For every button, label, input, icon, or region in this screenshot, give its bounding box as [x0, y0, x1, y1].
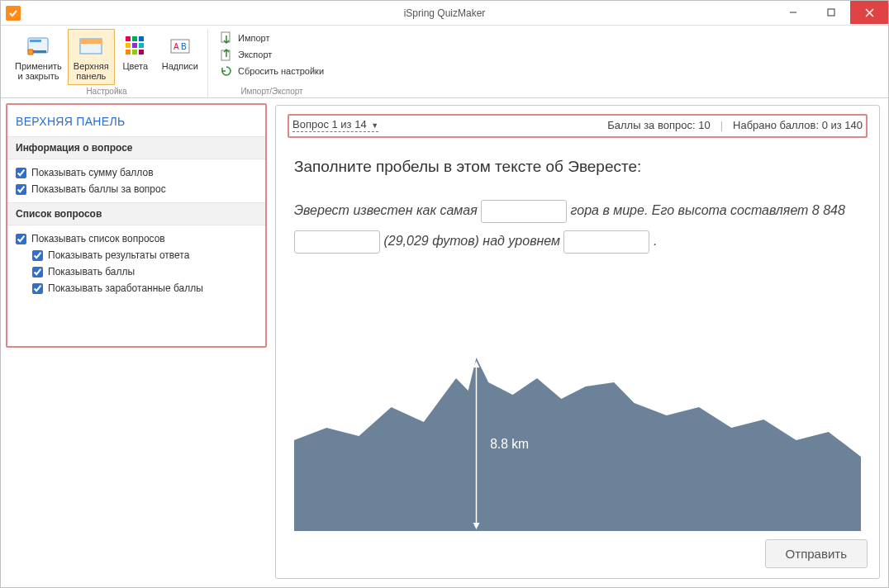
- blank-input-1[interactable]: [481, 200, 567, 223]
- label-show-earned-points: Показывать заработанные баллы: [48, 282, 203, 294]
- svg-rect-16: [132, 50, 137, 55]
- window-title: iSpring QuizMaker: [1, 7, 888, 19]
- blank-input-2[interactable]: [294, 230, 380, 254]
- app-icon: [6, 6, 21, 21]
- export-button[interactable]: Экспорт: [218, 47, 273, 62]
- body: ВЕРХНЯЯ ПАНЕЛЬ Информация о вопросе Пока…: [1, 98, 888, 587]
- label-show-question-points: Показывать баллы за вопрос: [31, 183, 166, 195]
- question-title: Заполните пробелы в этом тексте об Эвере…: [294, 158, 861, 176]
- text-fragment-2: гора в мире. Его высота составляет 8 848: [571, 203, 845, 217]
- top-panel-button[interactable]: Верхняя панель: [68, 29, 115, 85]
- checkbox-show-points[interactable]: [32, 267, 43, 277]
- label-show-answer-results: Показывать результаты ответа: [48, 249, 189, 261]
- svg-rect-1: [828, 9, 834, 16]
- ribbon: Применить и закрыть Верхняя панель Цвета: [1, 26, 888, 98]
- submit-button[interactable]: Отправить: [765, 539, 868, 568]
- separator: |: [720, 119, 723, 131]
- minimize-button[interactable]: [774, 1, 812, 24]
- check-show-question-points[interactable]: Показывать баллы за вопрос: [16, 181, 257, 197]
- question-selector[interactable]: Вопрос 1 из 14 ▼: [292, 118, 378, 132]
- colors-label: Цвета: [122, 61, 148, 71]
- svg-rect-15: [126, 50, 131, 55]
- checkbox-show-question-list[interactable]: [16, 234, 26, 244]
- maximize-button[interactable]: [812, 1, 850, 24]
- checkbox-show-total-points[interactable]: [16, 168, 26, 178]
- svg-rect-9: [126, 36, 131, 41]
- reset-icon: [220, 64, 233, 78]
- svg-rect-10: [132, 36, 137, 41]
- svg-rect-8: [80, 39, 102, 44]
- label-show-question-list: Показывать список вопросов: [31, 233, 165, 244]
- apply-close-button[interactable]: Применить и закрыть: [9, 29, 68, 85]
- top-panel-icon: [78, 33, 104, 59]
- text-fragment-1: Эверест известен как самая: [294, 203, 481, 217]
- question-area: Заполните пробелы в этом тексте об Эвере…: [288, 138, 868, 531]
- colors-button[interactable]: Цвета: [115, 29, 156, 85]
- export-label: Экспорт: [238, 50, 272, 59]
- sidebar: ВЕРХНЯЯ ПАНЕЛЬ Информация о вопросе Пока…: [1, 98, 272, 587]
- import-label: Импорт: [238, 33, 269, 43]
- chevron-down-icon: ▼: [371, 121, 378, 130]
- ribbon-group-import-export: Импорт Экспорт Сбросить настройки Импорт…: [212, 29, 332, 97]
- label-show-total-points: Показывать сумму баллов: [31, 167, 154, 178]
- check-show-question-list[interactable]: Показывать список вопросов: [16, 230, 257, 247]
- svg-text:A: A: [174, 42, 179, 51]
- section-question-list: Список вопросов: [7, 202, 265, 225]
- top-panel-label: Верхняя панель: [74, 61, 109, 81]
- score-total: Набрано баллов: 0 из 140: [733, 119, 863, 131]
- reset-button[interactable]: Сбросить настройки: [218, 64, 326, 78]
- check-show-total-points[interactable]: Показывать сумму баллов: [16, 164, 257, 181]
- svg-rect-5: [30, 40, 41, 42]
- svg-rect-14: [139, 43, 144, 48]
- labels-icon: AB: [167, 33, 193, 59]
- svg-rect-12: [126, 43, 131, 48]
- check-show-answer-results[interactable]: Показывать результаты ответа: [16, 247, 257, 263]
- check-show-points[interactable]: Показывать баллы: [16, 263, 257, 280]
- question-selector-label: Вопрос 1 из 14: [292, 118, 367, 130]
- labels-button[interactable]: AB Надписи: [156, 29, 204, 85]
- svg-rect-17: [139, 50, 144, 55]
- checkbox-show-answer-results[interactable]: [32, 250, 43, 261]
- sidebar-panel: ВЕРХНЯЯ ПАНЕЛЬ Информация о вопросе Пока…: [6, 103, 267, 348]
- export-icon: [220, 48, 233, 61]
- reset-label: Сбросить настройки: [238, 66, 324, 76]
- svg-rect-13: [132, 43, 137, 48]
- label-show-points: Показывать баллы: [48, 266, 135, 277]
- preview-pane: Вопрос 1 из 14 ▼ Баллы за вопрос: 10 | Н…: [272, 98, 888, 587]
- ribbon-group-settings: Применить и закрыть Верхняя панель Цвета: [6, 29, 208, 97]
- text-fragment-4: .: [654, 234, 657, 248]
- text-fragment-3: (29,029 футов) над уровнем: [383, 234, 563, 248]
- section-question-info: Информация о вопросе: [7, 136, 265, 159]
- import-button[interactable]: Импорт: [218, 31, 271, 45]
- svg-text:B: B: [181, 42, 187, 51]
- preview-footer: Отправить: [288, 531, 868, 568]
- check-show-earned-points[interactable]: Показывать заработанные баллы: [16, 280, 257, 296]
- title-bar: iSpring QuizMaker: [1, 1, 888, 26]
- sidebar-title: ВЕРХНЯЯ ПАНЕЛЬ: [7, 105, 265, 136]
- mountain-height-label: 8.8 km: [490, 437, 529, 451]
- svg-rect-11: [139, 36, 144, 41]
- points-per-question: Баллы за вопрос: 10: [607, 119, 710, 131]
- group-settings-label: Настройка: [86, 87, 126, 96]
- preview-topbar: Вопрос 1 из 14 ▼ Баллы за вопрос: 10 | Н…: [292, 118, 863, 132]
- checkbox-show-earned-points[interactable]: [32, 283, 43, 294]
- preview-topbar-highlight: Вопрос 1 из 14 ▼ Баллы за вопрос: 10 | Н…: [288, 114, 868, 138]
- window-controls: [774, 1, 888, 24]
- preview-canvas: Вопрос 1 из 14 ▼ Баллы за вопрос: 10 | Н…: [275, 105, 880, 579]
- import-icon: [220, 31, 233, 45]
- group-import-export-label: Импорт/Экспорт: [240, 87, 302, 96]
- close-button[interactable]: [850, 1, 888, 24]
- apply-close-icon: [25, 33, 51, 59]
- blank-input-3[interactable]: [563, 230, 649, 254]
- apply-close-label: Применить и закрыть: [15, 61, 62, 81]
- labels-label: Надписи: [162, 61, 198, 71]
- colors-icon: [122, 33, 149, 59]
- checkbox-show-question-points[interactable]: [16, 184, 26, 195]
- fill-blank-text: Эверест известен как самая гора в мире. …: [294, 196, 861, 257]
- mountain-illustration: 8.8 km: [294, 349, 861, 531]
